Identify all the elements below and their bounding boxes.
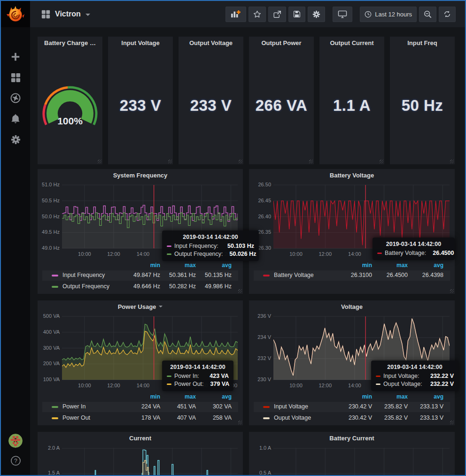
panel-title[interactable]: Power Usage: [38, 300, 243, 313]
share-dashboard-button[interactable]: [268, 7, 286, 22]
legend-header-min[interactable]: min: [334, 262, 372, 269]
legend-series-name[interactable]: Output Frequency: [62, 283, 109, 290]
zoom-out-button[interactable]: [419, 7, 436, 22]
save-icon: [293, 10, 301, 18]
sidebar-item-help[interactable]: ?: [1, 453, 30, 468]
y-axis-label: 51.0 Hz: [38, 182, 60, 187]
panel-output-voltage: Output Voltage 233 V: [179, 37, 243, 164]
chart-area: 236 V234 V232 V230 V10:0012:0014:0016:00…: [249, 300, 455, 392]
panel-output-current: Output Current 1.1 A: [319, 37, 384, 164]
panel-title[interactable]: System Frequency: [38, 169, 243, 181]
share-icon: [273, 10, 281, 18]
panel-title[interactable]: Battery Charge …: [38, 37, 102, 49]
legend-series-name[interactable]: Battery Voltage: [274, 272, 314, 278]
legend-value-min: 49.646 Hz: [123, 283, 160, 290]
user-avatar[interactable]: [1, 433, 30, 449]
dashboard-picker[interactable]: Victron: [41, 10, 90, 19]
gear-icon: [11, 135, 21, 145]
panel-title[interactable]: Output Voltage: [179, 37, 243, 49]
panel-title[interactable]: Battery Current: [249, 432, 455, 444]
time-range-picker[interactable]: Last 12 hours: [360, 7, 417, 22]
legend-header-max[interactable]: max: [370, 393, 408, 400]
grafana-logo[interactable]: [1, 1, 30, 27]
legend-row: Output Frequency49.646 Hz50.282 Hz49.986…: [42, 282, 238, 292]
legend-value-avg: 50.135 Hz: [194, 272, 232, 278]
legend-series-name[interactable]: Power In: [62, 403, 85, 410]
x-axis-label: 10:00: [285, 251, 307, 257]
panel-title[interactable]: Battery Voltage: [249, 169, 455, 181]
legend-value-avg: 26.4398: [406, 272, 443, 278]
star-dashboard-button[interactable]: [249, 7, 266, 22]
panel-title[interactable]: Output Current: [319, 37, 384, 49]
legend-value-min: 49.847 Hz: [123, 272, 160, 278]
x-axis-label: 12:00: [102, 251, 125, 257]
tooltip-row: Power Out:379 VA: [167, 381, 229, 387]
legend-row: Power Out178 VA407 VA258 VA: [42, 413, 238, 423]
legend-value-avg: 258 VA: [194, 415, 232, 421]
series-current-2: [62, 461, 238, 475]
dashboard-settings-button[interactable]: [308, 7, 325, 22]
legend-series-name[interactable]: Input Frequency: [62, 272, 105, 278]
bell-icon: [11, 114, 20, 124]
stat-value: 50 Hz: [390, 97, 455, 115]
add-panel-button[interactable]: [225, 7, 246, 22]
legend-header-min[interactable]: min: [334, 393, 372, 400]
panel-title[interactable]: Current: [38, 432, 243, 444]
tooltip-row: Power In:423 VA: [167, 373, 229, 379]
panel-input-freq: Input Freq 50 Hz: [390, 37, 455, 164]
tooltip-timestamp: 2019-03-14 14:42:00: [376, 364, 454, 370]
x-axis-label: 10:00: [285, 383, 307, 388]
sidebar-item-explore[interactable]: [1, 90, 30, 106]
legend-series-name[interactable]: Input Voltage: [274, 403, 308, 410]
legend-header-max[interactable]: max: [370, 262, 408, 269]
refresh-button[interactable]: [439, 7, 456, 22]
legend-value-min: 230.42 V: [334, 403, 372, 410]
sidebar-item-dashboards[interactable]: [1, 69, 30, 85]
panel-title[interactable]: Voltage: [249, 300, 455, 313]
legend-value-max: 50.282 Hz: [158, 283, 196, 290]
legend-header-min[interactable]: min: [123, 393, 160, 400]
dashboard-title: Victron: [55, 10, 81, 18]
legend-row: Ouput Voltage230.42 V235.82 V233.13 V: [254, 413, 450, 423]
tooltip-series-value: 232.22 V: [424, 373, 454, 379]
x-axis-label: 12:00: [314, 251, 336, 257]
sidebar-item-alerting[interactable]: [1, 111, 30, 127]
chart-legend: minmaxavgInput Frequency49.847 Hz50.361 …: [38, 261, 243, 294]
legend-header-avg[interactable]: avg: [406, 393, 443, 400]
panel-title[interactable]: Output Power: [249, 37, 314, 49]
y-axis-label: 500 VA: [38, 313, 60, 319]
chart-legend: minmaxavgPower In224 VA451 VA302 VAPower…: [38, 392, 243, 425]
battery-charge-gauge: 100%: [38, 84, 102, 131]
legend-series-name[interactable]: Power Out: [62, 415, 90, 421]
panel-title[interactable]: Input Freq: [390, 37, 455, 49]
legend-swatch-icon: [52, 417, 58, 419]
tooltip-swatch-icon: [377, 253, 382, 254]
legend-header-max[interactable]: max: [158, 393, 196, 400]
legend-series-name[interactable]: Ouput Voltage: [274, 415, 311, 421]
legend-header-min[interactable]: min: [123, 262, 160, 269]
legend-row: Input Voltage230.42 V235.82 V233.13 V: [254, 402, 450, 412]
dashboards-icon: [11, 73, 21, 83]
legend-header-avg[interactable]: avg: [194, 393, 232, 400]
panel-battery-charge: Battery Charge … 100%: [38, 37, 102, 164]
legend-header-max[interactable]: max: [158, 262, 196, 269]
y-axis-label: 2.0 A: [38, 445, 60, 451]
sidebar-item-configuration[interactable]: [1, 131, 30, 147]
chart-area: 51.0 Hz50.5 Hz50.0 Hz49.5 Hz49.0 Hz10:00…: [38, 169, 243, 261]
legend-header-avg[interactable]: avg: [194, 262, 232, 269]
y-axis-label: 26.50: [249, 182, 271, 187]
avatar-icon: [8, 434, 23, 448]
panel-title[interactable]: Input Voltage: [108, 37, 173, 49]
legend-row: Input Frequency49.847 Hz50.361 Hz50.135 …: [42, 270, 238, 281]
save-dashboard-button[interactable]: [288, 7, 305, 22]
chart-tooltip: 2019-03-14 14:42:00Input Voltage:232.22 …: [371, 361, 458, 391]
legend-header-avg[interactable]: avg: [406, 262, 443, 269]
monitor-icon: [338, 10, 347, 18]
tooltip-timestamp: 2019-03-14 14:42:00: [167, 364, 229, 370]
tooltip-swatch-icon: [167, 246, 171, 247]
cycle-view-button[interactable]: [333, 7, 352, 22]
y-axis-label: 100 VA: [38, 376, 60, 382]
sidebar-item-create[interactable]: [1, 49, 30, 65]
tooltip-row: Input Voltage:232.22 V: [376, 373, 454, 379]
navbar: Victron: [30, 1, 465, 27]
